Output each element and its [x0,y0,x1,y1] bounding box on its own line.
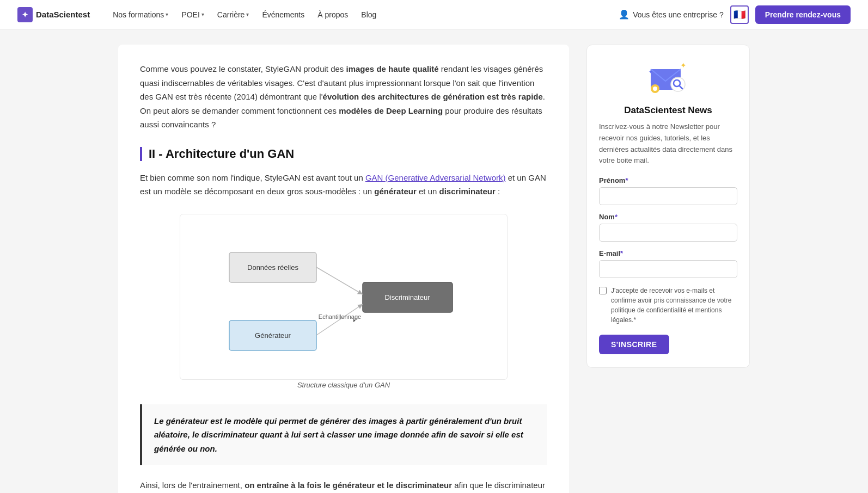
svg-line-6 [316,267,363,294]
navbar: ✦ DataScientest Nos formations ▾ POEI ▾ … [0,0,868,29]
nom-group: Nom* [599,213,737,242]
nav-item-carriere[interactable]: Carrière ▾ [212,7,255,22]
site-logo[interactable]: ✦ DataScientest [17,7,90,22]
cta-button[interactable]: Prendre rendez-vous [755,5,851,24]
chevron-down-icon: ▾ [201,11,204,17]
newsletter-icon-wrap: ✦ ✦ [599,58,737,97]
svg-point-16 [653,87,657,91]
subscribe-button[interactable]: S'INSCRIRE [599,335,669,354]
svg-text:Générateur: Générateur [255,331,291,340]
svg-text:✦: ✦ [649,69,653,75]
enterprise-icon: 👤 [619,9,629,20]
sidebar: ✦ ✦ DataScientest News Inscrivez-vous à … [586,45,750,493]
prenom-group: Prénom* [599,176,737,205]
nav-links: Nos formations ▾ POEI ▾ Carrière ▾ Événe… [107,7,619,22]
diagram-svg: Données réelles Générateur Discriminateu… [180,214,508,380]
language-flag-button[interactable]: 🇫🇷 [730,5,749,24]
section-title: II - Architecture d'un GAN [140,147,547,161]
svg-text:Données réelles: Données réelles [247,263,298,272]
prenom-label: Prénom* [599,176,737,184]
nom-label: Nom* [599,213,737,221]
nav-item-formations[interactable]: Nos formations ▾ [107,7,174,22]
diagram-container: Données réelles Générateur Discriminateu… [140,214,547,389]
svg-text:✦: ✦ [680,61,687,70]
main-content: Comme vous pouvez le constater, StyleGAN… [118,45,569,493]
chevron-down-icon: ▾ [246,11,249,17]
section-intro: Et bien comme son nom l'indique, StyleGA… [140,171,547,199]
email-label: E-mail* [599,249,737,257]
consent-row: J'accepte de recevoir vos e-mails et con… [599,286,737,325]
enterprise-link[interactable]: 👤 Vous êtes une entreprise ? [619,9,724,20]
newsletter-icon: ✦ ✦ [646,58,690,97]
highlight-block: Le générateur est le modèle qui permet d… [140,404,547,466]
newsletter-desc: Inscrivez-vous à notre Newsletter pour r… [599,121,737,167]
nom-input[interactable] [599,224,737,242]
page-body: Comme vous pouvez le constater, StyleGAN… [107,29,761,493]
intro-paragraph: Comme vous pouvez le constater, StyleGAN… [140,62,547,132]
logo-icon: ✦ [17,7,33,22]
prenom-input[interactable] [599,187,737,205]
nav-item-poei[interactable]: POEI ▾ [176,7,209,22]
svg-text:Echantillonnage: Echantillonnage [319,313,361,320]
svg-point-12 [671,77,685,91]
nav-item-evenements[interactable]: Événements [256,7,310,22]
consent-checkbox[interactable] [599,287,607,294]
nav-right: 👤 Vous êtes une entreprise ? 🇫🇷 Prendre … [619,5,851,24]
gan-diagram-svg: Données réelles Générateur Discriminateu… [202,225,485,367]
logo-text: DataScientest [36,10,90,19]
diagram-caption-text: Structure classique d'un GAN [297,381,390,389]
chevron-down-icon: ▾ [166,11,168,17]
email-input[interactable] [599,260,737,278]
consent-label: J'accepte de recevoir vos e-mails et con… [611,286,737,325]
newsletter-title: DataScientest News [599,105,737,116]
svg-text:Discriminateur: Discriminateur [384,293,430,301]
newsletter-card: ✦ ✦ DataScientest News Inscrivez-vous à … [586,45,750,368]
body-paragraph: Ainsi, lors de l'entrainement, on entraî… [140,478,547,493]
gan-link[interactable]: GAN (Generative Adversarial Network) [365,173,506,182]
nav-item-blog[interactable]: Blog [356,7,382,22]
nav-item-apropos[interactable]: À propos [312,7,353,22]
email-group: E-mail* [599,249,737,278]
